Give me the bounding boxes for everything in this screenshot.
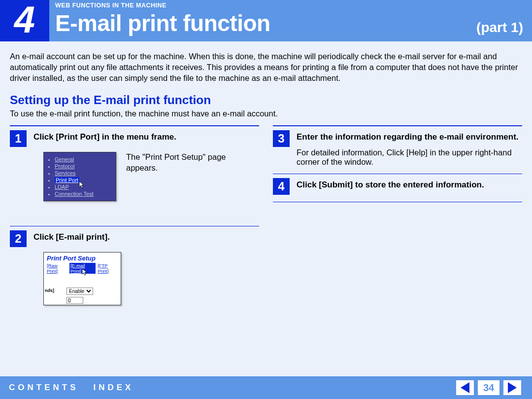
step-number: 2 xyxy=(10,230,27,247)
step-title: Enter the information regarding the e-ma… xyxy=(297,130,519,142)
chevron-right-icon xyxy=(508,382,517,393)
screenshot-tab: [FTP Print] xyxy=(98,263,118,274)
step-2: 2 Click [E-mail print]. Print Port Setup… xyxy=(10,226,259,305)
section-heading: Setting up the E-mail print function xyxy=(10,93,522,107)
cursor-icon xyxy=(81,268,89,276)
page-number: 34 xyxy=(478,380,499,395)
screenshot-menu-item: Services xyxy=(55,170,112,176)
index-link[interactable]: INDEX xyxy=(94,383,134,393)
contents-link[interactable]: CONTENTS xyxy=(9,383,79,393)
next-page-button[interactable] xyxy=(503,380,521,395)
chapter-header: 4 WEB FUNCTIONS IN THE MACHINE E-mail pr… xyxy=(0,0,532,41)
chevron-left-icon xyxy=(461,382,469,393)
screenshot-menu-item: Protocol xyxy=(55,163,112,169)
intro-paragraph: An e-mail account can be set up for the … xyxy=(10,51,522,83)
part-label: (part 1) xyxy=(476,20,523,36)
screenshot-title: Print Port Setup xyxy=(44,253,121,262)
step-number: 3 xyxy=(273,130,290,147)
screenshot-label-fragment: nds] xyxy=(45,288,54,293)
footer-bar: CONTENTS INDEX 34 xyxy=(0,376,532,399)
step-body-text: For detailed information, Click [Help] i… xyxy=(273,148,522,167)
chapter-number-box: 4 xyxy=(0,0,49,41)
page-title: E-mail print function xyxy=(55,10,270,36)
step-number: 1 xyxy=(10,130,27,147)
prev-page-button[interactable] xyxy=(456,380,474,395)
step-title: Click [Print Port] in the menu frame. xyxy=(33,130,176,142)
numeric-field xyxy=(66,297,83,304)
cursor-icon xyxy=(78,181,86,189)
step-title: Click [E-mail print]. xyxy=(33,230,110,242)
divider xyxy=(273,202,522,202)
step-title: Click [Submit] to store the entered info… xyxy=(297,178,484,190)
enable-select: Enable xyxy=(66,288,93,295)
screenshot-menu-frame: GeneralProtocolServicesPrint PortLDAPCon… xyxy=(43,152,116,201)
screenshot-print-port-setup: Print Port Setup [Raw Print][E-mail Prin… xyxy=(43,252,121,305)
screenshot-tab: [Raw Print] xyxy=(47,263,67,274)
step-1: 1 Click [Print Port] in the menu frame. … xyxy=(10,126,259,201)
chapter-supertitle: WEB FUNCTIONS IN THE MACHINE xyxy=(55,2,166,9)
screenshot-menu-item: Connection Test xyxy=(55,191,112,197)
step-body-text: The "Print Port Setup" page appears. xyxy=(126,152,259,173)
chapter-number: 4 xyxy=(14,1,35,38)
step-number: 4 xyxy=(273,178,290,195)
section-description: To use the e-mail print function, the ma… xyxy=(10,109,522,118)
step-3: 3 Enter the information regarding the e-… xyxy=(273,126,522,167)
step-4: 4 Click [Submit] to store the entered in… xyxy=(273,174,522,195)
screenshot-menu-item: General xyxy=(55,156,112,162)
